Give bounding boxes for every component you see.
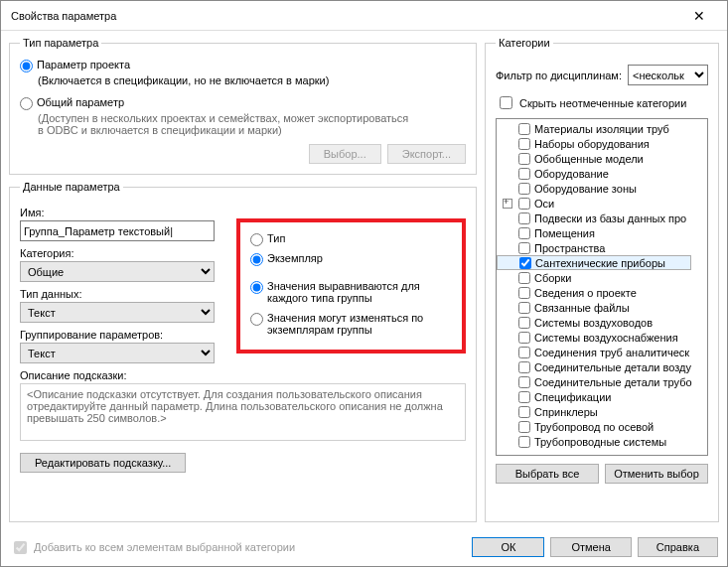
tree-item-checkbox[interactable] xyxy=(518,227,530,239)
group-label: Группирование параметров: xyxy=(20,329,224,341)
tree-item-checkbox[interactable] xyxy=(518,183,530,195)
radio-project-input[interactable] xyxy=(20,60,33,72)
tree-item[interactable]: Наборы оборудования xyxy=(497,136,707,151)
tree-item-label: Обобщенные модели xyxy=(534,153,644,165)
param-type-legend: Тип параметра xyxy=(20,37,101,49)
radio-align[interactable]: Значения выравниваются для каждого типа … xyxy=(250,280,452,304)
radio-shared-param[interactable]: Общий параметр xyxy=(20,96,466,110)
tree-item-label: Сведения о проекте xyxy=(534,287,637,299)
tree-item-checkbox[interactable] xyxy=(518,391,530,403)
add-all-checkbox[interactable] xyxy=(14,541,27,554)
radio-vary[interactable]: Значения могут изменяться по экземплярам… xyxy=(250,312,452,336)
tree-item-checkbox[interactable] xyxy=(518,317,530,329)
hide-unchecked-row[interactable]: Скрыть неотмеченные категории xyxy=(496,91,708,118)
tree-item-checkbox[interactable] xyxy=(518,123,530,135)
group-select[interactable]: Текст xyxy=(20,343,215,363)
close-icon[interactable]: ✕ xyxy=(679,2,719,30)
tree-item-checkbox[interactable] xyxy=(518,168,530,180)
tree-item[interactable]: Системы воздуховодов xyxy=(497,315,707,330)
categories-legend: Категории xyxy=(496,37,553,49)
tree-item-checkbox[interactable] xyxy=(518,213,530,224)
tree-item[interactable]: Пространства xyxy=(497,240,707,255)
tree-item[interactable]: Оборудование зоны xyxy=(497,181,707,196)
hide-unchecked-checkbox[interactable] xyxy=(500,96,512,109)
tree-item-label: Соединительные детали возду xyxy=(534,361,691,373)
filter-select[interactable]: <нескольк xyxy=(628,65,708,85)
tree-item[interactable]: Материалы изоляции труб xyxy=(497,121,707,136)
tree-item-label: Трубопроводные системы xyxy=(534,436,666,448)
radio-align-input[interactable] xyxy=(250,281,263,294)
tree-item[interactable]: Помещения xyxy=(497,225,707,240)
tree-item-checkbox[interactable] xyxy=(518,436,530,448)
tree-item-label: Соединения труб аналитическ xyxy=(534,347,689,358)
tree-item[interactable]: Подвески из базы данных про xyxy=(497,211,707,225)
tree-item[interactable]: Соединительные детали трубо xyxy=(497,374,707,389)
tree-item-checkbox[interactable] xyxy=(518,332,530,344)
cancel-button[interactable]: Отмена xyxy=(550,537,631,557)
tree-item-checkbox[interactable] xyxy=(518,287,530,299)
tree-item-checkbox[interactable] xyxy=(518,361,530,373)
tree-item-checkbox[interactable] xyxy=(518,272,530,284)
select-button[interactable]: Выбор... xyxy=(309,144,381,164)
tree-item-checkbox[interactable] xyxy=(518,406,530,418)
discipline-select[interactable]: Общие xyxy=(20,261,215,282)
tree-item-label: Оси xyxy=(534,198,554,210)
name-label: Имя: xyxy=(20,207,224,218)
category-tree[interactable]: Материалы изоляции трубНаборы оборудован… xyxy=(496,118,708,456)
tree-item[interactable]: Трубопроводные системы xyxy=(497,434,707,449)
radio-type-input[interactable] xyxy=(250,233,263,246)
export-button[interactable]: Экспорт... xyxy=(387,144,466,164)
help-button[interactable]: Справка xyxy=(638,537,718,557)
tree-item[interactable]: Связанные файлы xyxy=(497,300,707,315)
tree-item[interactable]: Сборки xyxy=(497,270,707,285)
tree-item-checkbox[interactable] xyxy=(518,376,530,388)
tree-item[interactable]: Соединения труб аналитическ xyxy=(497,345,707,359)
tree-item[interactable]: Спринклеры xyxy=(497,404,707,419)
tree-item-label: Сборки xyxy=(534,272,571,284)
tree-item-checkbox[interactable] xyxy=(518,421,530,433)
deselect-all-button[interactable]: Отменить выбор xyxy=(605,464,708,484)
radio-instance-input[interactable] xyxy=(250,253,263,266)
tree-item[interactable]: Трубопровод по осевой xyxy=(497,419,707,434)
add-all-label: Добавить ко всем элементам выбранной кат… xyxy=(34,541,295,553)
tooltip-description: <Описание подсказки отсутствует. Для соз… xyxy=(20,383,466,441)
radio-instance[interactable]: Экземпляр xyxy=(250,252,452,266)
tree-item-checkbox[interactable] xyxy=(518,153,530,165)
tree-item[interactable]: Сантехнические приборы xyxy=(497,255,691,270)
tree-item-checkbox[interactable] xyxy=(518,347,530,358)
add-all-row[interactable]: Добавить ко всем элементам выбранной кат… xyxy=(10,538,295,557)
radio-align-label: Значения выравниваются для каждого типа … xyxy=(267,280,452,304)
tree-item-label: Спринклеры xyxy=(534,406,598,418)
project-note: (Включается в спецификации, но не включа… xyxy=(38,74,466,86)
tree-item[interactable]: Спецификации xyxy=(497,389,707,404)
tree-item-label: Оборудование зоны xyxy=(534,183,637,195)
tree-item-label: Трубопровод по осевой xyxy=(534,421,654,433)
tree-item-checkbox[interactable] xyxy=(518,138,530,150)
edit-tooltip-button[interactable]: Редактировать подсказку... xyxy=(20,453,186,473)
select-all-button[interactable]: Выбрать все xyxy=(496,464,599,484)
tooltip-label: Описание подсказки: xyxy=(20,369,466,381)
tree-item[interactable]: Обобщенные модели xyxy=(497,151,707,166)
tree-item-checkbox[interactable] xyxy=(518,302,530,314)
name-input[interactable] xyxy=(20,220,215,241)
tree-item[interactable]: Оси xyxy=(497,196,707,211)
param-data-legend: Данные параметра xyxy=(20,181,123,193)
tree-item[interactable]: Оборудование xyxy=(497,166,707,181)
tree-item-checkbox[interactable] xyxy=(518,242,530,254)
tree-item-checkbox[interactable] xyxy=(518,198,530,210)
tree-item[interactable]: Сведения о проекте xyxy=(497,285,707,300)
type-select[interactable]: Текст xyxy=(20,302,215,323)
highlighted-options: Тип Экземпляр Значения выравниваются для… xyxy=(236,218,466,354)
radio-type[interactable]: Тип xyxy=(250,232,452,246)
radio-project-param[interactable]: Параметр проекта xyxy=(20,59,466,72)
ok-button[interactable]: ОК xyxy=(472,537,544,557)
radio-shared-input[interactable] xyxy=(20,97,33,110)
tree-item-label: Оборудование xyxy=(534,168,609,180)
tree-item-checkbox[interactable] xyxy=(519,257,531,269)
tree-item[interactable]: Соединительные детали возду xyxy=(497,359,707,374)
param-type-group: Тип параметра Параметр проекта (Включает… xyxy=(9,37,477,175)
tree-item[interactable]: Системы воздухоснабжения xyxy=(497,330,707,345)
radio-vary-input[interactable] xyxy=(250,313,263,326)
discipline-label: Категория: xyxy=(20,247,224,259)
tree-item-label: Спецификации xyxy=(534,391,611,403)
